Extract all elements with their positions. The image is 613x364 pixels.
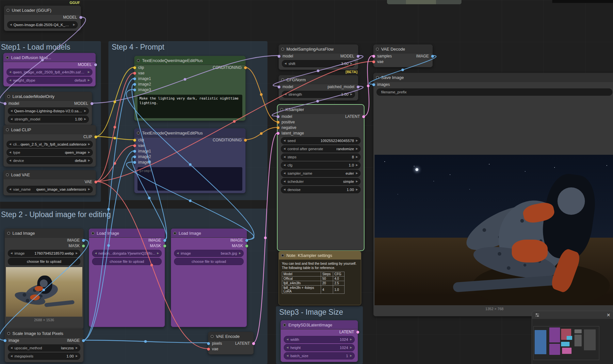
node-vae-encode[interactable]: VAE Encode pixels LATENT vae [208, 332, 254, 355]
collapse-dot-icon[interactable] [376, 76, 379, 79]
width-widget[interactable]: width1024 [284, 336, 355, 343]
combo-right-arrow-icon[interactable] [76, 345, 78, 351]
combo-left-arrow-icon[interactable] [283, 178, 285, 185]
node-load-image-1[interactable]: Load Image IMAGE MASK image1760794521857… [5, 229, 84, 329]
image-output-socket[interactable] [163, 239, 166, 242]
batch-size-widget[interactable]: batch_size1 [284, 352, 355, 359]
combo-left-arrow-icon[interactable] [9, 77, 11, 84]
combo-right-arrow-icon[interactable] [88, 141, 90, 148]
collapse-dot-icon[interactable] [376, 48, 379, 51]
node-load-diffusion-model[interactable]: Load Diffusion Mod... MODEL qwen_image_e… [3, 53, 96, 87]
cfg-widget[interactable]: cfg1.0 [281, 162, 361, 169]
group-title[interactable]: Step 4 - Prompt [108, 41, 267, 53]
combo-right-arrow-icon[interactable] [356, 178, 358, 185]
shift-widget[interactable]: shift3.00 [282, 60, 355, 67]
lora-name-combo[interactable]: Qwen-Image-Lightning-8steps-V2.0.safe... [8, 107, 89, 115]
clip-device-combo[interactable]: devicedefault [7, 157, 93, 164]
node-header[interactable]: Load Image [5, 229, 83, 238]
node-load-vae[interactable]: Load VAE VAE vae_nameqwen_image_vae.safe… [3, 170, 96, 196]
image-file-combo[interactable]: nelson...dongata-YjwwmnQ2Rfo... [92, 250, 162, 257]
combo-left-arrow-icon[interactable] [10, 22, 12, 28]
filename-prefix-widget[interactable]: filename_prefix [377, 88, 612, 96]
image-output-socket[interactable] [82, 339, 85, 342]
latent-output-socket[interactable] [362, 115, 365, 118]
choose-file-button[interactable]: choose file to upload [174, 258, 244, 265]
image3-input-socket[interactable] [133, 88, 136, 91]
collapse-dot-icon[interactable] [7, 232, 10, 235]
combo-left-arrow-icon[interactable] [286, 344, 288, 351]
node-header[interactable]: Load VAE [4, 170, 96, 179]
combo-left-arrow-icon[interactable] [283, 137, 285, 144]
combo-left-arrow-icon[interactable] [283, 162, 285, 168]
collapse-dot-icon[interactable] [283, 324, 286, 326]
latent-output-socket[interactable] [252, 342, 255, 345]
combo-right-arrow-icon[interactable] [88, 149, 90, 156]
close-icon[interactable] [606, 313, 610, 317]
node-header[interactable]: VAE Decode [374, 45, 432, 54]
unet-name-combo[interactable]: Qwen-Image-Edit-2509-Q4_K_S ... [7, 21, 78, 28]
collapse-dot-icon[interactable] [7, 95, 10, 98]
node-vae-decode[interactable]: VAE Decode samples IMAGE vae [373, 44, 433, 67]
collapse-dot-icon[interactable] [281, 254, 284, 257]
collapse-dot-icon[interactable] [137, 132, 140, 135]
combo-right-arrow-icon[interactable] [356, 186, 358, 193]
clip-input-socket[interactable] [133, 66, 136, 69]
image-input-socket[interactable] [4, 339, 7, 342]
combo-right-arrow-icon[interactable] [239, 250, 241, 257]
conditioning-output-socket[interactable] [244, 139, 247, 142]
prompt-textarea[interactable]: Make the lighting very dark, realistic n… [137, 95, 242, 118]
node-text-encode-negative[interactable]: TextEncodeQwenImageEditPlus clip CONDITI… [134, 128, 246, 193]
combo-left-arrow-icon[interactable] [284, 60, 286, 67]
node-load-image-2[interactable]: Load Image IMAGE MASK nelson...dongata-Y… [89, 229, 165, 327]
combo-left-arrow-icon[interactable] [177, 250, 179, 257]
patched-model-output-socket[interactable] [357, 86, 360, 88]
upscale-method-combo[interactable]: upscale_methodlanczos [8, 344, 80, 352]
group-title[interactable]: Step 2 - Upload image for editing [0, 209, 267, 221]
minimap-panel[interactable] [532, 311, 613, 364]
minimap-viewport[interactable] [532, 319, 613, 364]
collapse-dot-icon[interactable] [6, 56, 9, 59]
model-output-socket[interactable] [357, 55, 360, 58]
node-unet-loader-gguf[interactable]: Unet Loader (GGUF) MODEL Qwen-Image-Edit… [4, 6, 81, 31]
image1-input-socket[interactable] [133, 150, 136, 153]
collapse-dot-icon[interactable] [211, 335, 214, 338]
positive-input-socket[interactable] [277, 121, 280, 124]
image3-input-socket[interactable] [133, 161, 136, 164]
combo-left-arrow-icon[interactable] [283, 146, 285, 152]
combo-left-arrow-icon[interactable] [9, 149, 11, 156]
node-header[interactable]: LoraLoaderModelOnly [5, 92, 92, 101]
combo-right-arrow-icon[interactable] [88, 77, 90, 84]
combo-left-arrow-icon[interactable] [286, 353, 288, 359]
height-widget[interactable]: height1024 [284, 344, 355, 351]
mask-output-socket[interactable] [82, 245, 85, 247]
vae-name-combo[interactable]: vae_nameqwen_image_vae.safetensors [7, 186, 93, 193]
latent-image-input-socket[interactable] [277, 132, 280, 135]
conditioning-output-socket[interactable] [244, 66, 247, 69]
collapse-dot-icon[interactable] [173, 232, 176, 235]
combo-right-arrow-icon[interactable] [356, 154, 358, 160]
comfyui-node-canvas[interactable]: Step1 - Load models Step 4 - Prompt Step… [0, 0, 613, 364]
node-header[interactable]: Load Image [89, 229, 165, 238]
image2-input-socket[interactable] [133, 155, 136, 158]
combo-left-arrow-icon[interactable] [283, 154, 285, 160]
combo-left-arrow-icon[interactable] [9, 186, 11, 193]
combo-left-arrow-icon[interactable] [10, 345, 12, 351]
node-text-encode-positive[interactable]: TextEncodeQwenImageEditPlus clip CONDITI… [134, 56, 246, 121]
combo-left-arrow-icon[interactable] [9, 69, 11, 75]
combo-left-arrow-icon[interactable] [9, 157, 11, 164]
combo-right-arrow-icon[interactable] [73, 22, 75, 28]
collapse-dot-icon[interactable] [281, 78, 284, 81]
combo-right-arrow-icon[interactable] [350, 344, 352, 351]
clip-output-socket[interactable] [94, 135, 97, 138]
choose-file-button[interactable]: choose file to upload [92, 258, 162, 265]
combo-left-arrow-icon[interactable] [95, 250, 97, 257]
image-file-combo[interactable]: imagebeach.jpg [174, 250, 244, 257]
combo-right-arrow-icon[interactable] [350, 353, 352, 359]
combo-right-arrow-icon[interactable] [356, 137, 358, 144]
image-output-socket[interactable] [82, 239, 85, 242]
node-header[interactable]: TextEncodeQwenImageEditPlus [135, 129, 245, 137]
node-cfgnorm[interactable]: CFGNorm model patched_model strength1.00 [279, 75, 358, 101]
image-output-socket[interactable] [431, 55, 434, 58]
denoise-widget[interactable]: denoise1.00 [281, 186, 361, 193]
model-input-socket[interactable] [4, 102, 7, 105]
